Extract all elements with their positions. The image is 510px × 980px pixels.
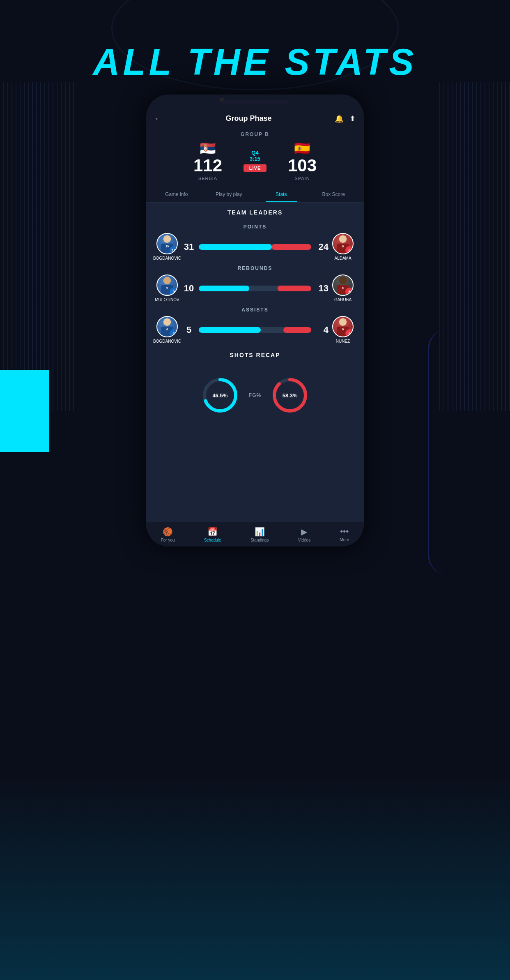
home-rebounds-player: 9 9 MULOTINOV — [153, 274, 181, 302]
team-leaders-title: TEAM LEADERS — [146, 203, 364, 219]
home-team-block: 🇷🇸 112 SERBIA — [181, 141, 234, 181]
away-jersey-badge: 6 — [345, 246, 354, 254]
rebounds-bar-away — [278, 286, 311, 291]
group-label: GROUP B — [153, 131, 357, 137]
header-action-icons: 🔔 ⬆ — [335, 114, 356, 123]
away-assists-name: NUNEZ — [336, 339, 350, 344]
home-fg-pct: 46.5% — [212, 392, 227, 399]
bg-cyan-accent — [0, 370, 49, 452]
svg-text:19: 19 — [165, 244, 169, 248]
notification-icon[interactable]: 🔔 — [335, 114, 344, 123]
points-bar-home — [199, 244, 272, 250]
home-team-name: SERBIA — [198, 176, 217, 181]
rebounds-bar-home — [199, 286, 249, 291]
svg-point-9 — [339, 277, 347, 284]
bottom-nav: 🏀 For you 📅 Schedule 📊 Standings ▶ Vidéo… — [146, 522, 364, 546]
tabs-row: Game info Play by play Stats Box Score — [146, 187, 364, 203]
assists-leader-row: 6 6 BOGDANOVIC 5 4 — [153, 316, 357, 344]
away-points-score: 24 — [314, 242, 329, 252]
svg-text:6: 6 — [342, 286, 344, 290]
points-bar — [199, 244, 311, 250]
score-section: GROUP B 🇷🇸 112 SERBIA Q4 3:15 LIVE 🇪🇸 — [146, 128, 364, 187]
videos-label: Vidéos — [298, 538, 310, 542]
home-assists-name: BOGDANOVIC — [153, 339, 181, 344]
away-score: 103 — [288, 157, 317, 174]
points-category-label: POINTS — [153, 224, 357, 230]
header-title: Group Phase — [225, 114, 271, 123]
schedule-label: Schedule — [204, 538, 221, 542]
home-points-score: 31 — [181, 242, 196, 252]
home-assists-badge: 6 — [170, 329, 178, 337]
away-rebounds-badge: 6 — [345, 288, 354, 296]
nav-schedule[interactable]: 📅 Schedule — [204, 527, 221, 542]
away-points-player: 6 6 ALDAMA — [329, 233, 357, 261]
for-you-icon: 🏀 — [163, 527, 173, 537]
svg-text:6: 6 — [166, 327, 168, 331]
away-fg-donut: 58.3% — [269, 375, 310, 416]
home-points-name: BOGDANOVIC — [153, 256, 181, 261]
fg-label: FG% — [249, 392, 261, 398]
main-content[interactable]: TEAM LEADERS POINTS 19 — [146, 203, 364, 546]
home-assists-player: 6 6 BOGDANOVIC — [153, 316, 181, 344]
home-points-player: 19 19 BOGDANOVIC — [153, 233, 181, 261]
away-rebounds-score: 13 — [314, 283, 329, 294]
away-rebounds-player: 6 6 GARUBA — [329, 274, 357, 302]
tab-game-info[interactable]: Game info — [150, 187, 203, 202]
away-assists-badge: 6 — [345, 329, 354, 337]
tab-stats[interactable]: Stats — [255, 187, 308, 202]
time-label: 3:15 — [250, 156, 260, 162]
bg-bottom-gradient — [0, 775, 510, 980]
assists-category-label: ASSISTS — [153, 307, 357, 313]
home-rebounds-avatar: 9 9 — [156, 274, 178, 296]
assists-bar-home — [199, 327, 261, 333]
nav-videos[interactable]: ▶ Vidéos — [298, 527, 310, 542]
leaders-section: POINTS 19 1 — [146, 224, 364, 344]
svg-text:6: 6 — [342, 327, 344, 331]
home-rebounds-score: 10 — [181, 283, 196, 294]
home-rebounds-badge: 9 — [170, 288, 178, 296]
rebounds-leader-row: 9 9 MULOTINOV 10 13 — [153, 274, 357, 302]
svg-point-6 — [163, 277, 171, 284]
rebounds-bar — [199, 286, 311, 291]
nav-standings[interactable]: 📊 Standings — [250, 527, 269, 542]
home-assists-score: 5 — [181, 325, 196, 335]
away-rebounds-name: GARUBA — [334, 297, 351, 302]
assists-bar-away — [283, 327, 312, 333]
away-points-name: ALDAMA — [334, 256, 351, 261]
bg-curves-decoration — [428, 329, 510, 575]
svg-point-12 — [163, 318, 171, 326]
download-icon[interactable]: ⬆ — [349, 114, 356, 123]
nav-more[interactable]: ••• More — [340, 527, 349, 542]
home-points-avatar: 19 19 — [156, 233, 178, 254]
phone-inner: ← Group Phase 🔔 ⬆ GROUP B 🇷🇸 112 SERBIA — [146, 95, 364, 546]
tab-box-score[interactable]: Box Score — [308, 187, 360, 202]
page-hero-title: ALL THE STATS — [0, 41, 510, 83]
shots-recap-title: SHOTS RECAP — [146, 345, 364, 362]
svg-point-0 — [163, 235, 171, 243]
bg-lines-right-decoration — [436, 82, 510, 411]
away-flag: 🇪🇸 — [294, 141, 310, 156]
away-team-name: SPAIN — [294, 176, 310, 181]
home-rebounds-name: MULOTINOV — [155, 297, 179, 302]
svg-point-3 — [339, 235, 347, 243]
away-points-avatar: 6 6 — [332, 233, 354, 254]
home-jersey-badge: 19 — [170, 246, 178, 254]
tab-play-by-play[interactable]: Play by play — [203, 187, 255, 202]
bg-lines-left-decoration — [0, 82, 74, 411]
score-row: 🇷🇸 112 SERBIA Q4 3:15 LIVE 🇪🇸 103 SPAIN — [153, 141, 357, 181]
nav-for-you[interactable]: 🏀 For you — [161, 527, 175, 542]
shots-section: 46.5% FG% 58.3% — [146, 362, 364, 422]
home-score: 112 — [193, 157, 222, 174]
more-label: More — [340, 537, 349, 542]
videos-icon: ▶ — [301, 527, 307, 537]
app-content: ← Group Phase 🔔 ⬆ GROUP B 🇷🇸 112 SERBIA — [146, 109, 364, 546]
home-fg-donut: 46.5% — [200, 375, 241, 416]
live-badge: LIVE — [244, 164, 266, 172]
home-flag: 🇷🇸 — [200, 141, 216, 156]
standings-icon: 📊 — [255, 527, 265, 537]
away-assists-avatar: 6 6 — [332, 316, 354, 337]
phone-notch — [222, 100, 288, 104]
phone-frame: ← Group Phase 🔔 ⬆ GROUP B 🇷🇸 112 SERBIA — [146, 95, 364, 546]
back-button[interactable]: ← — [154, 114, 163, 123]
away-rebounds-avatar: 6 6 — [332, 274, 354, 296]
